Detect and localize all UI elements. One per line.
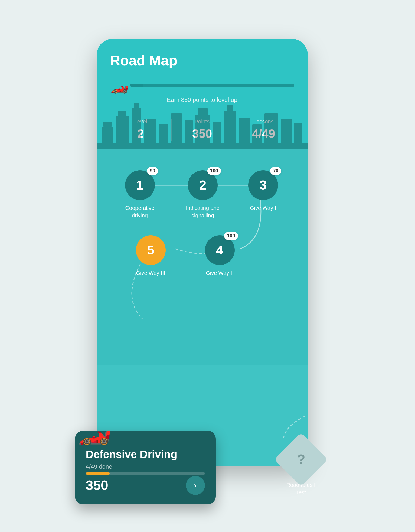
svg-rect-14 bbox=[227, 105, 233, 112]
svg-rect-11 bbox=[198, 108, 208, 116]
roadmap-title: Road Map bbox=[110, 52, 294, 68]
card-progress-fill bbox=[86, 472, 110, 475]
node-label-5: Give Way III bbox=[136, 269, 165, 277]
node-number-5: 5 bbox=[147, 243, 154, 257]
node-1[interactable]: 1 90 Cooperativedriving bbox=[125, 170, 155, 219]
road-rules-diamond[interactable]: ? bbox=[274, 433, 328, 486]
node-number-4: 4 bbox=[216, 243, 223, 257]
node-2[interactable]: 2 100 Indicating andsignalling bbox=[186, 170, 220, 219]
road-rules-card[interactable]: ? Road rules ITest bbox=[270, 440, 332, 496]
node-number-2: 2 bbox=[199, 178, 206, 192]
node-circle-1[interactable]: 1 90 bbox=[125, 170, 155, 200]
node-circle-3[interactable]: 3 70 bbox=[248, 170, 278, 200]
card-title: Defensive Driving bbox=[86, 448, 205, 461]
node-label-4: Give Way II bbox=[206, 269, 234, 277]
phone-main: Road Map 🏎️ Earn 850 points to level up … bbox=[97, 39, 308, 466]
card-car-icon: 🏎️ bbox=[78, 414, 112, 446]
node-4[interactable]: 4 100 Give Way II bbox=[205, 235, 235, 277]
earn-points-text: Earn 850 points to level up bbox=[110, 96, 294, 103]
roadmap-header: Road Map 🏎️ Earn 850 points to level up … bbox=[97, 39, 308, 149]
progress-section: 🏎️ Earn 850 points to level up bbox=[110, 77, 294, 103]
card-progress-text: 4/49 done bbox=[86, 463, 205, 470]
nodes-wrapper: 1 90 Cooperativedriving 2 100 Indicating… bbox=[107, 162, 297, 352]
svg-rect-5 bbox=[134, 103, 139, 109]
lesson-map: 1 90 Cooperativedriving 2 100 Indicating… bbox=[97, 149, 308, 365]
progress-bar-background bbox=[130, 84, 294, 87]
svg-rect-13 bbox=[224, 111, 236, 149]
device-wrapper: Road Map 🏎️ Earn 850 points to level up … bbox=[75, 22, 340, 510]
node-circle-5[interactable]: 5 bbox=[136, 235, 166, 265]
question-mark-icon: ? bbox=[297, 451, 305, 467]
node-circle-4[interactable]: 4 100 bbox=[205, 235, 235, 265]
phone-screen: Road Map 🏎️ Earn 850 points to level up … bbox=[97, 39, 308, 466]
arrow-icon: › bbox=[194, 481, 197, 490]
svg-rect-1 bbox=[103, 122, 112, 127]
card-bottom-row: 350 › bbox=[86, 476, 205, 495]
card-points: 350 bbox=[86, 478, 108, 493]
node-label-3: Give Way I bbox=[250, 204, 276, 212]
node-badge-4: 100 bbox=[224, 232, 238, 240]
node-badge-3: 70 bbox=[270, 167, 281, 175]
card-arrow-button[interactable]: › bbox=[186, 476, 205, 495]
progress-bar-fill bbox=[130, 84, 143, 87]
svg-rect-3 bbox=[118, 111, 126, 118]
node-label-1: Cooperativedriving bbox=[125, 204, 155, 219]
node-badge-2: 100 bbox=[207, 167, 221, 175]
card-progress-bar bbox=[86, 472, 205, 475]
node-3[interactable]: 3 70 Give Way I bbox=[248, 170, 278, 212]
node-number-3: 3 bbox=[259, 178, 267, 192]
svg-rect-20 bbox=[97, 143, 308, 149]
node-number-1: 1 bbox=[136, 178, 143, 192]
node-label-2: Indicating andsignalling bbox=[186, 204, 220, 219]
node-5[interactable]: 5 Give Way III bbox=[136, 235, 166, 277]
bottom-card[interactable]: 🏎️ Defensive Driving 4/49 done 350 › bbox=[75, 431, 216, 504]
node-badge-1: 90 bbox=[147, 167, 158, 175]
car-container: 🏎️ bbox=[110, 77, 294, 94]
svg-rect-4 bbox=[132, 108, 141, 149]
node-circle-2[interactable]: 2 100 bbox=[188, 170, 218, 200]
car-icon: 🏎️ bbox=[110, 77, 129, 94]
